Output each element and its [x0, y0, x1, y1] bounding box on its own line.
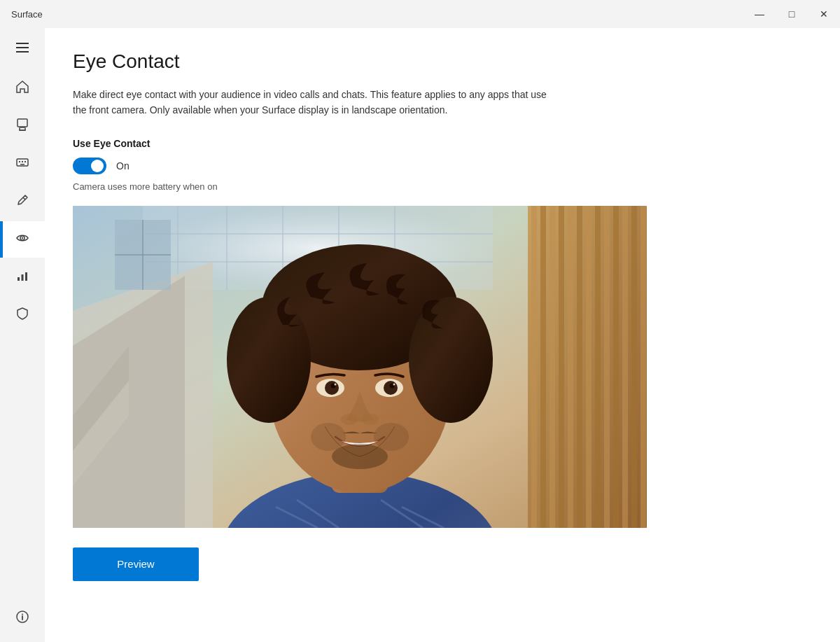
sidebar-item-security[interactable]	[0, 297, 45, 333]
sidebar-item-performance[interactable]	[0, 259, 45, 295]
svg-rect-14	[18, 277, 20, 281]
svg-point-69	[362, 414, 379, 425]
svg-rect-43	[613, 206, 619, 528]
svg-rect-40	[586, 206, 592, 528]
close-button[interactable]: ✕	[808, 0, 840, 28]
svg-rect-10	[20, 164, 24, 165]
svg-point-67	[393, 383, 396, 385]
svg-rect-37	[559, 206, 564, 528]
svg-point-58	[227, 297, 311, 423]
camera-preview-inner	[73, 206, 647, 528]
toggle-state-label: On	[116, 160, 130, 172]
svg-rect-1	[16, 47, 29, 48]
svg-rect-8	[22, 161, 23, 162]
svg-point-72	[374, 423, 409, 451]
app-body: Eye Contact Make direct eye contact with…	[0, 28, 840, 642]
svg-point-71	[311, 423, 346, 451]
svg-rect-15	[22, 274, 24, 281]
camera-preview	[73, 206, 647, 528]
svg-point-59	[409, 297, 493, 423]
sidebar-menu-button[interactable]	[7, 34, 38, 64]
sidebar-bottom	[7, 603, 38, 642]
svg-point-62	[325, 381, 339, 395]
svg-rect-16	[25, 272, 27, 281]
svg-rect-9	[24, 161, 26, 162]
info-icon	[15, 610, 29, 627]
page-title: Eye Contact	[73, 50, 812, 73]
battery-note: Camera uses more battery when on	[73, 181, 812, 192]
sidebar-item-home[interactable]	[0, 70, 45, 106]
svg-point-66	[335, 383, 337, 385]
svg-rect-44	[622, 206, 628, 528]
titlebar: Surface — □ ✕	[0, 0, 840, 28]
hamburger-icon	[16, 43, 29, 55]
home-icon	[15, 80, 29, 97]
app-window: Surface — □ ✕	[0, 0, 840, 642]
preview-button[interactable]: Preview	[73, 547, 199, 581]
preview-image	[73, 206, 647, 528]
main-content: Eye Contact Make direct eye contact with…	[45, 28, 840, 642]
pen-icon	[15, 193, 29, 211]
svg-rect-38	[568, 206, 573, 528]
toggle-row: On	[73, 158, 812, 174]
svg-rect-41	[595, 206, 601, 528]
svg-rect-46	[640, 206, 646, 528]
sidebar-item-pen[interactable]	[0, 183, 45, 220]
sidebar-item-keyboard[interactable]	[0, 146, 45, 182]
description-text: Make direct eye contact with your audien…	[73, 87, 563, 118]
keyboard-icon	[15, 155, 29, 173]
window-controls: — □ ✕	[743, 0, 840, 28]
svg-point-13	[22, 237, 23, 238]
svg-rect-45	[631, 206, 637, 528]
minimize-button[interactable]: —	[743, 0, 776, 28]
svg-rect-42	[604, 206, 610, 528]
shield-icon	[15, 307, 29, 324]
svg-point-70	[332, 444, 388, 469]
svg-point-63	[384, 381, 398, 395]
maximize-button[interactable]: □	[776, 0, 808, 28]
svg-rect-35	[540, 206, 546, 528]
sidebar	[0, 28, 45, 642]
chart-icon	[15, 269, 29, 286]
info-button[interactable]	[7, 603, 38, 634]
svg-rect-39	[577, 206, 582, 528]
svg-rect-3	[18, 119, 27, 127]
svg-rect-36	[550, 206, 555, 528]
svg-rect-2	[16, 51, 29, 53]
sidebar-item-eye-contact[interactable]	[0, 221, 45, 258]
svg-rect-7	[19, 161, 20, 162]
app-title: Surface	[11, 9, 43, 20]
svg-rect-0	[16, 43, 29, 44]
sidebar-item-device[interactable]	[0, 108, 45, 144]
svg-line-11	[23, 197, 25, 200]
sidebar-navigation	[0, 70, 45, 603]
eye-contact-toggle[interactable]	[73, 158, 106, 174]
eye-icon	[15, 231, 29, 249]
svg-point-68	[341, 414, 358, 425]
device-icon	[15, 118, 29, 135]
svg-point-19	[22, 613, 23, 615]
svg-rect-34	[531, 206, 537, 528]
setting-label: Use Eye Contact	[73, 138, 812, 149]
